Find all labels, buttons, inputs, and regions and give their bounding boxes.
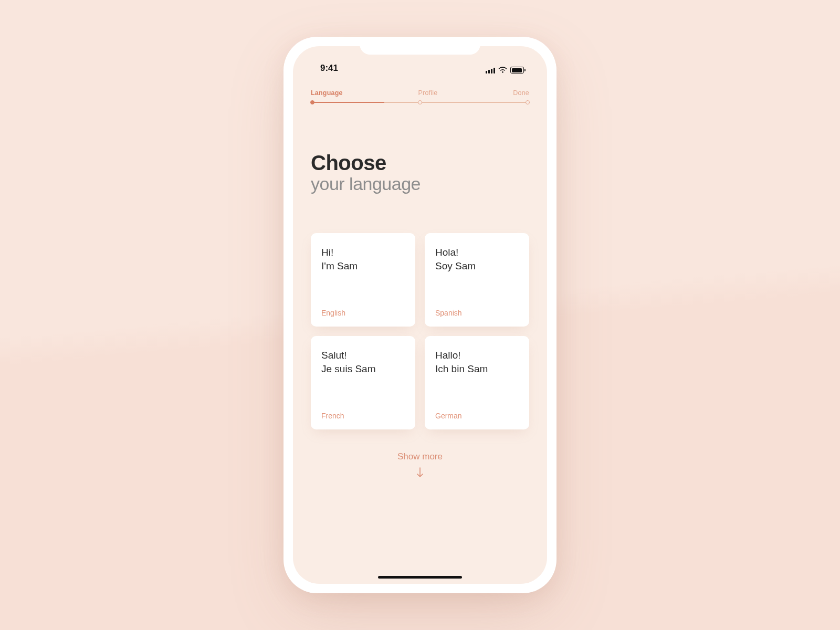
- step-dot-3: [526, 100, 530, 104]
- step-label-profile[interactable]: Profile: [418, 89, 438, 97]
- show-more-button[interactable]: Show more: [311, 452, 529, 479]
- show-more-label: Show more: [311, 452, 529, 462]
- card-language-label: German: [435, 412, 519, 420]
- step-fill: [312, 102, 384, 103]
- step-track: [311, 101, 529, 104]
- language-grid: Hi!I'm Sam English Hola!Soy Sam Spanish …: [311, 233, 529, 429]
- arrow-down-icon: [311, 467, 529, 479]
- language-card-english[interactable]: Hi!I'm Sam English: [311, 233, 415, 327]
- device-notch: [360, 37, 480, 55]
- card-language-label: English: [321, 309, 405, 317]
- heading-bold: Choose: [311, 151, 529, 175]
- status-icons: [486, 67, 524, 74]
- status-time: 9:41: [320, 63, 338, 74]
- step-dot-2: [418, 100, 422, 104]
- card-greeting: Hi!I'm Sam: [321, 246, 405, 272]
- card-greeting: Hola!Soy Sam: [435, 246, 519, 272]
- language-card-french[interactable]: Salut!Je suis Sam French: [311, 336, 415, 429]
- battery-icon: [510, 67, 524, 74]
- wifi-icon: [498, 67, 507, 74]
- heading-light: your language: [311, 174, 529, 194]
- card-language-label: Spanish: [435, 309, 519, 317]
- step-label-language[interactable]: Language: [311, 89, 343, 97]
- step-label-done[interactable]: Done: [513, 89, 529, 97]
- card-greeting: Hallo!Ich bin Sam: [435, 349, 519, 375]
- cellular-signal-icon: [486, 67, 495, 74]
- language-card-german[interactable]: Hallo!Ich bin Sam German: [425, 336, 529, 429]
- step-dot-1: [310, 100, 314, 104]
- card-language-label: French: [321, 412, 405, 420]
- home-indicator[interactable]: [378, 576, 462, 579]
- page-heading: Choose your language: [311, 151, 529, 194]
- card-greeting: Salut!Je suis Sam: [321, 349, 405, 375]
- language-card-spanish[interactable]: Hola!Soy Sam Spanish: [425, 233, 529, 327]
- screen: 9:41 Language Profile Done: [293, 46, 547, 584]
- phone-frame: 9:41 Language Profile Done: [284, 37, 556, 593]
- progress-stepper: Language Profile Done: [311, 89, 529, 104]
